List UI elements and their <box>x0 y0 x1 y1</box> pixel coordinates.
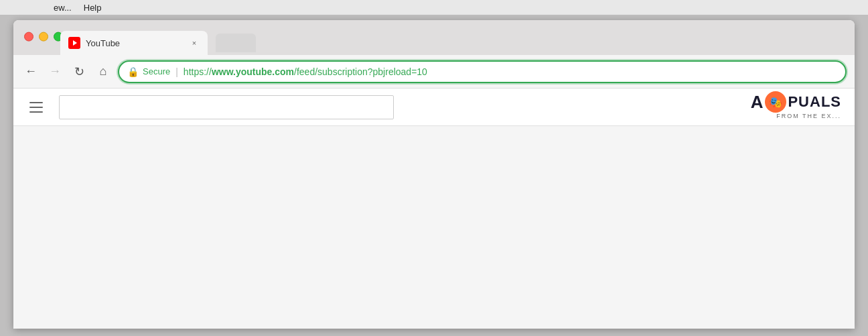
tab-close-button[interactable]: × <box>189 38 200 48</box>
watermark-subtitle: FROM THE EX... <box>776 113 841 119</box>
address-bar[interactable]: 🔒 Secure | https://www.youtube.com/feed/… <box>118 60 847 83</box>
url-params: ?pbjreload=10 <box>368 66 427 77</box>
traffic-lights <box>24 32 63 42</box>
tab-favicon <box>68 37 80 49</box>
menu-item-ew[interactable]: ew... <box>54 3 72 13</box>
tab-title: YouTube <box>86 38 184 48</box>
watermark-a: A <box>751 92 764 113</box>
watermark-icon: 🎭 <box>765 91 786 113</box>
url-prefix: https:// <box>184 66 212 77</box>
hamburger-line-3 <box>29 111 43 113</box>
hamburger-line-2 <box>29 107 43 108</box>
minimize-button[interactable] <box>39 32 48 42</box>
url-display: https://www.youtube.com/feed/subscriptio… <box>184 66 427 77</box>
watermark-text: PUALS <box>788 93 841 111</box>
home-button[interactable]: ⌂ <box>94 62 113 81</box>
browser-window: YouTube × ← → ↻ ⌂ 🔒 Secure <box>13 20 855 329</box>
url-divider: | <box>175 66 178 77</box>
lock-icon: 🔒 <box>127 66 139 77</box>
hamburger-menu-button[interactable] <box>24 97 48 118</box>
nav-bar: ← → ↻ ⌂ 🔒 Secure | https://www.youtube.c… <box>13 55 855 89</box>
search-input[interactable] <box>59 95 394 119</box>
url-domain: www.youtube.com <box>212 66 294 77</box>
title-bar: YouTube × <box>13 20 855 55</box>
close-button[interactable] <box>24 32 33 42</box>
url-path: /feed/subscription <box>294 66 368 77</box>
watermark: A 🎭 PUALS FROM THE EX... <box>751 91 841 119</box>
youtube-page <box>13 89 855 126</box>
new-tab-area <box>208 31 256 55</box>
new-tab-placeholder <box>216 34 256 52</box>
reload-button[interactable]: ↻ <box>70 62 88 81</box>
back-button[interactable]: ← <box>21 62 40 81</box>
menu-bar: ew... Help <box>0 0 868 15</box>
menu-item-help[interactable]: Help <box>84 3 102 13</box>
forward-button[interactable]: → <box>46 62 64 81</box>
page-content-area: A 🎭 PUALS FROM THE EX... <box>13 89 855 126</box>
yt-header <box>13 89 855 126</box>
hamburger-line-1 <box>29 102 43 103</box>
watermark-logo: A 🎭 PUALS <box>751 91 841 113</box>
secure-label: Secure <box>143 66 170 76</box>
active-tab[interactable]: YouTube × <box>60 31 208 55</box>
